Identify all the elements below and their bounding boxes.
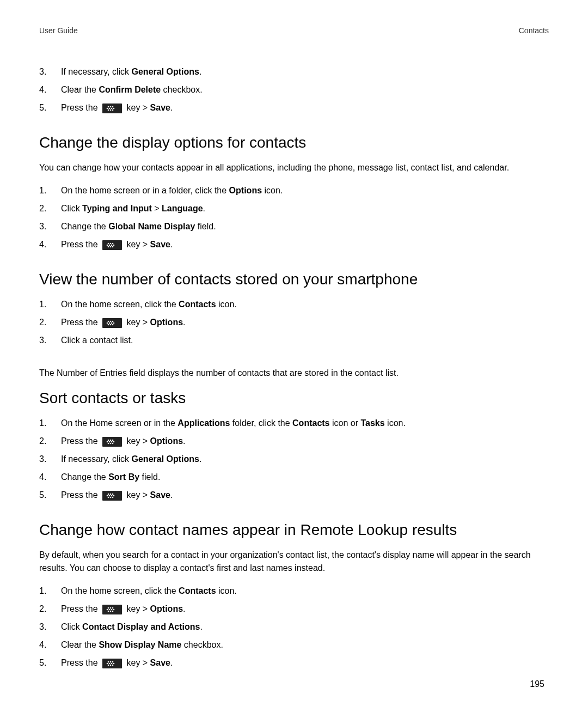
sections: Change the display options for contactsY… [39, 134, 549, 670]
svg-point-45 [111, 495, 113, 496]
step-item: 2.Press the key > Options. [39, 316, 549, 329]
bold-text: Save [150, 240, 170, 249]
svg-point-28 [110, 324, 112, 325]
svg-point-27 [108, 324, 109, 325]
svg-point-0 [108, 106, 109, 107]
step-item: 3.Click Contact Display and Actions. [39, 620, 549, 634]
menu-key-icon [102, 659, 122, 668]
svg-point-50 [108, 607, 109, 608]
step-text: Click a contact list. [61, 334, 549, 347]
section-intro: You can change how your contacts appear … [39, 161, 549, 174]
svg-point-9 [112, 109, 114, 111]
svg-point-46 [113, 495, 115, 496]
step-item: 5.Press the key > Save. [39, 489, 549, 502]
bold-text: Save [150, 658, 170, 667]
svg-point-7 [108, 109, 109, 111]
svg-point-58 [110, 610, 112, 612]
svg-point-23 [107, 322, 108, 324]
step-number: 1. [39, 298, 61, 311]
step-text: Press the key > Save. [61, 238, 549, 251]
bold-text: General Options [132, 67, 199, 76]
svg-point-25 [111, 322, 113, 324]
svg-point-12 [112, 242, 114, 244]
step-number: 5. [39, 656, 61, 670]
section-heading-view-number: View the number of contacts stored on yo… [39, 271, 549, 288]
section-heading-remote-lookup: Change how contact names appear in Remot… [39, 521, 549, 539]
step-number: 1. [39, 184, 61, 197]
bold-text: Global Name Display [108, 222, 195, 231]
svg-point-40 [108, 493, 109, 495]
step-number: 3. [39, 453, 61, 466]
section-heading-change-display: Change the display options for contacts [39, 134, 549, 151]
svg-point-29 [112, 324, 114, 325]
svg-point-6 [113, 107, 115, 109]
steps-list: 1.On the Home screen or in the Applicati… [39, 417, 549, 502]
page-header: User Guide Contacts [39, 26, 549, 35]
step-text: Change the Sort By field. [61, 471, 549, 484]
svg-point-44 [109, 495, 111, 496]
svg-point-54 [109, 608, 111, 610]
section-heading-sort-contacts: Sort contacts or tasks [39, 389, 549, 407]
svg-point-24 [109, 322, 111, 324]
section-intro: By default, when you search for a contac… [39, 549, 549, 575]
bold-text: Sort By [108, 472, 139, 482]
step-number: 3. [39, 620, 61, 634]
svg-point-5 [111, 107, 113, 109]
svg-point-35 [111, 441, 113, 442]
bold-text: Tasks [360, 418, 384, 428]
svg-point-59 [112, 610, 114, 612]
svg-point-67 [108, 664, 109, 666]
step-text: If necessary, click General Options. [61, 65, 549, 78]
svg-point-66 [113, 662, 115, 664]
bold-text: Options [150, 604, 183, 613]
svg-point-62 [112, 661, 114, 662]
step-number: 4. [39, 83, 61, 96]
bold-text: Typing and Input [82, 204, 152, 213]
step-number: 1. [39, 417, 61, 430]
step-text: Clear the Confirm Delete checkbox. [61, 83, 549, 96]
bold-text: Contacts [179, 586, 216, 595]
svg-point-41 [110, 493, 112, 495]
menu-key-icon [102, 437, 122, 447]
step-number: 2. [39, 602, 61, 616]
bold-text: Language [162, 204, 203, 213]
step-number: 3. [39, 334, 61, 347]
step-text: Click Contact Display and Actions. [61, 620, 549, 634]
section-outro: The Number of Entries field displays the… [39, 367, 549, 380]
svg-point-26 [113, 322, 115, 324]
step-item: 3.Change the Global Name Display field. [39, 220, 549, 233]
step-item: 3.Click a contact list. [39, 334, 549, 347]
svg-point-53 [107, 608, 108, 610]
step-text: Press the key > Save. [61, 656, 549, 670]
svg-point-10 [108, 242, 109, 244]
step-number: 2. [39, 316, 61, 329]
step-number: 4. [39, 238, 61, 251]
svg-point-36 [113, 441, 115, 442]
step-item: 5.Press the key > Save. [39, 101, 549, 114]
step-item: 4.Clear the Confirm Delete checkbox. [39, 83, 549, 96]
bold-text: Applications [177, 418, 230, 428]
step-text: On the Home screen or in the Application… [61, 417, 549, 430]
step-text: Clear the Show Display Name checkbox. [61, 638, 549, 652]
step-number: 1. [39, 585, 61, 598]
svg-point-3 [107, 107, 108, 109]
bold-text: Save [150, 490, 170, 500]
top-steps-list: 3.If necessary, click General Options.4.… [39, 65, 549, 114]
step-item: 4.Change the Sort By field. [39, 471, 549, 484]
svg-point-39 [112, 442, 114, 444]
svg-point-18 [110, 246, 112, 247]
bold-text: General Options [132, 454, 199, 464]
step-text: On the home screen, click the Contacts i… [61, 585, 549, 598]
svg-point-43 [107, 495, 108, 496]
step-item: 1.On the home screen or in a folder, cli… [39, 184, 549, 197]
svg-point-42 [112, 493, 114, 495]
svg-point-64 [109, 662, 111, 664]
step-text: Press the key > Options. [61, 435, 549, 448]
page-number: 195 [530, 679, 544, 689]
svg-point-69 [112, 664, 114, 666]
steps-list: 1.On the home screen or in a folder, cli… [39, 184, 549, 251]
step-item: 5.Press the key > Save. [39, 656, 549, 670]
step-text: If necessary, click General Options. [61, 453, 549, 466]
step-number: 4. [39, 471, 61, 484]
svg-point-56 [113, 608, 115, 610]
